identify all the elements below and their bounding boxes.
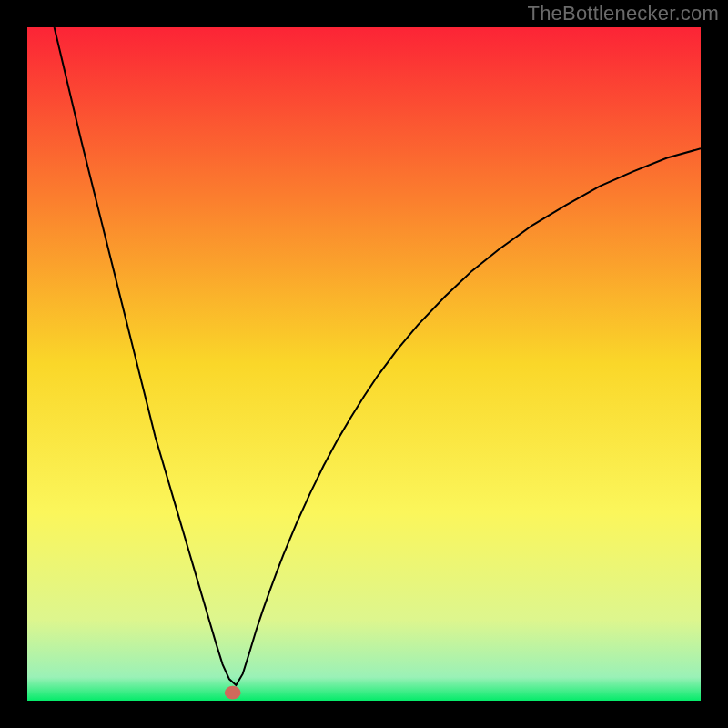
chart-frame: TheBottlenecker.com [0, 0, 728, 728]
minimum-marker [225, 686, 241, 700]
plot-background [27, 27, 701, 701]
bottleneck-chart [27, 27, 701, 701]
attribution-text: TheBottlenecker.com [528, 2, 719, 25]
